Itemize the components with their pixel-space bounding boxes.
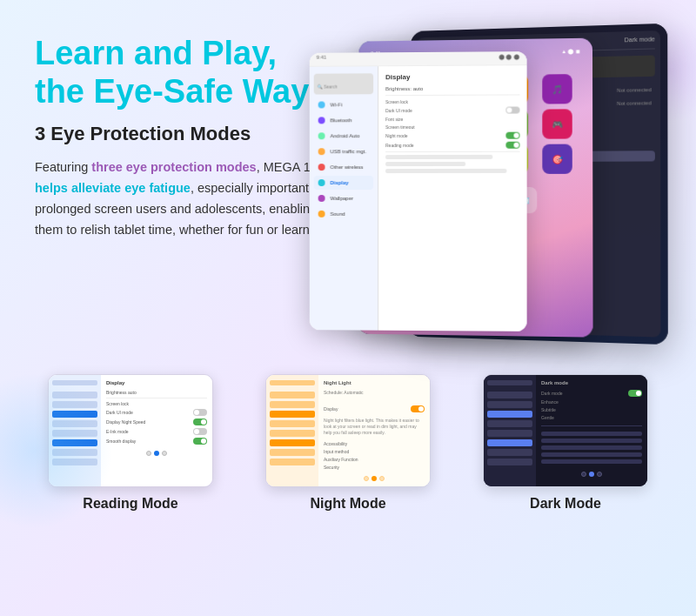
front-screen: 9:41 ⬤ ⬤ ⬤ 🔍 Search Wi- [310, 51, 527, 331]
dark-thumbnail: Dark mode Dark mode Enhance Subtitle G [483, 374, 648, 487]
n-toggle-2: Accessibility [324, 441, 425, 446]
n-sidebar-item-8 [270, 459, 315, 465]
r-toggle-4: Display Night Speed [106, 418, 207, 425]
dark-sidebar [484, 375, 536, 486]
r-toggle-1: Brightness auto [106, 390, 207, 395]
r-dark-toggle[interactable] [193, 409, 207, 416]
n-sidebar-item-5 [270, 430, 315, 437]
d-sidebar-item-5 [487, 430, 532, 437]
n-display-toggle[interactable] [411, 405, 425, 412]
d-sidebar-item-1 [487, 392, 532, 398]
nav-wallpaper: Wallpaper [314, 191, 373, 205]
app-icon-15: 🎯 [542, 144, 572, 174]
description-middle: , MEGA 1 [257, 160, 311, 174]
app-icon-5: 🎵 [542, 74, 572, 104]
content-line-1 [385, 155, 492, 159]
front-nav: 🔍 Search Wi-Fi Bluetooth [310, 66, 378, 330]
nav-wifi: Wi-Fi [314, 97, 373, 111]
n-sidebar-item-3 [270, 411, 315, 418]
night-sidebar [266, 375, 318, 486]
d-subtitle: Subtitle [541, 407, 642, 412]
reading-mode-label: Reading Mode [83, 496, 177, 512]
d-sidebar-item-6 [487, 439, 532, 446]
night-mode-row: Night mode [385, 132, 519, 139]
night-thumbnail: Night Light Schedule: Automatic Display … [265, 374, 431, 487]
reading-mode-row: Reading mode [385, 142, 519, 149]
reading-mode-toggle[interactable] [505, 142, 519, 149]
nav-bluetooth: Bluetooth [314, 113, 373, 127]
d-line-2 [541, 439, 642, 443]
nav-auto: Android Auto [314, 129, 373, 143]
d-dark-toggle[interactable] [628, 390, 642, 397]
front-status: 9:41 ⬤ ⬤ ⬤ [310, 51, 527, 67]
status-icons: ▲ ⬤ ◼ [561, 48, 580, 54]
d-sidebar-item-7 [487, 449, 532, 456]
front-layout: 🔍 Search Wi-Fi Bluetooth [310, 65, 527, 331]
dark-mode-toggle[interactable] [505, 107, 519, 114]
d-dark-mode: Dark mode [541, 390, 642, 397]
d-sidebar-item-2 [487, 401, 532, 408]
d-sidebar-item-4 [487, 420, 532, 427]
front-main: Display Brightness: auto Screen lock Dar… [378, 65, 526, 331]
d-line-3 [541, 445, 642, 450]
headline-line2: the Eye-Safe Way [35, 73, 309, 110]
content-line-3 [385, 169, 506, 173]
content-line-2 [385, 162, 465, 166]
r-toggle-5: E-Ink mode [106, 428, 207, 435]
main-headline: Learn and Play, the Eye-Safe Way [35, 35, 331, 110]
d-enhance: Enhance [541, 399, 642, 405]
brightness-row: Brightness: auto [385, 85, 519, 91]
highlight-modes: three eye protection modes [91, 160, 256, 174]
dark-mode-label: Dark Mode [530, 496, 601, 512]
night-main: Night Light Schedule: Automatic Display … [318, 375, 430, 486]
n-sidebar-item-1 [270, 392, 315, 398]
headline-line1: Learn and Play, [35, 35, 277, 71]
night-mode-item: Night Light Schedule: Automatic Display … [261, 374, 435, 512]
page-container: Learn and Play, the Eye-Safe Way 3 Eye P… [0, 0, 696, 616]
display-title: Display [385, 72, 519, 81]
n-sidebar-item-6 [270, 439, 315, 446]
dark-main-content: Dark mode Dark mode Enhance Subtitle G [536, 375, 647, 486]
dark-mode-item: Dark mode Dark mode Enhance Subtitle G [478, 374, 652, 512]
subheading: 3 Eye Protection Modes [35, 123, 331, 145]
top-section: Learn and Play, the Eye-Safe Way 3 Eye P… [35, 26, 661, 365]
left-content: Learn and Play, the Eye-Safe Way 3 Eye P… [35, 26, 331, 241]
nav-display: Display [314, 176, 373, 190]
d-line-1 [541, 432, 642, 436]
screen-timeout-row: Screen timeout [385, 124, 519, 131]
reading-main: Display Brightness auto Screen lock Dark… [101, 375, 212, 486]
app-icon-10: 🎮 [542, 109, 572, 138]
nav-usb: USB traffic mgt. [314, 144, 373, 158]
n-sidebar-item-4 [270, 420, 315, 427]
n-sidebar-item-7 [270, 449, 315, 456]
description-prefix: Featuring [35, 160, 91, 174]
dark-thumb-content: Dark mode Dark mode Enhance Subtitle G [484, 375, 647, 486]
d-line-4 [541, 452, 642, 457]
tablet-stack: Settings Dark mode Search settings [339, 26, 661, 357]
bottom-section: Display Brightness auto Screen lock Dark… [35, 374, 661, 512]
dark-mode-row: Dark UI mode [385, 107, 519, 115]
r-smooth-toggle[interactable] [193, 438, 207, 445]
n-toggle-4: Auxiliary Function [324, 457, 425, 462]
n-toggle-3: Input method [324, 449, 425, 454]
night-mode-label: Night Mode [310, 496, 385, 512]
highlight-fatigue: helps alleviate eye fatigue [35, 181, 191, 195]
r-toggle-6: Smooth display [106, 438, 207, 445]
d-line-5 [541, 459, 642, 464]
n-sidebar-item-2 [270, 401, 315, 408]
r-night-toggle[interactable] [193, 418, 207, 425]
d-gentle: Gentle [541, 415, 642, 420]
divider-1 [385, 94, 519, 96]
divider-2 [385, 151, 519, 152]
right-visual: Settings Dark mode Search settings [339, 26, 661, 357]
r-eink-toggle[interactable] [193, 428, 207, 435]
n-toggle-1: Display [324, 405, 425, 412]
r-toggle-2: Screen lock [106, 401, 207, 406]
d-sidebar-item-3 [487, 411, 532, 418]
night-mode-toggle[interactable] [505, 132, 519, 139]
screen-lock-row: Screen lock [385, 98, 519, 104]
font-size-row: Font size [385, 117, 519, 123]
nav-wireless: Other wireless [314, 160, 373, 174]
night-thumb-content: Night Light Schedule: Automatic Display … [266, 375, 430, 486]
d-sidebar-item-8 [487, 459, 532, 465]
